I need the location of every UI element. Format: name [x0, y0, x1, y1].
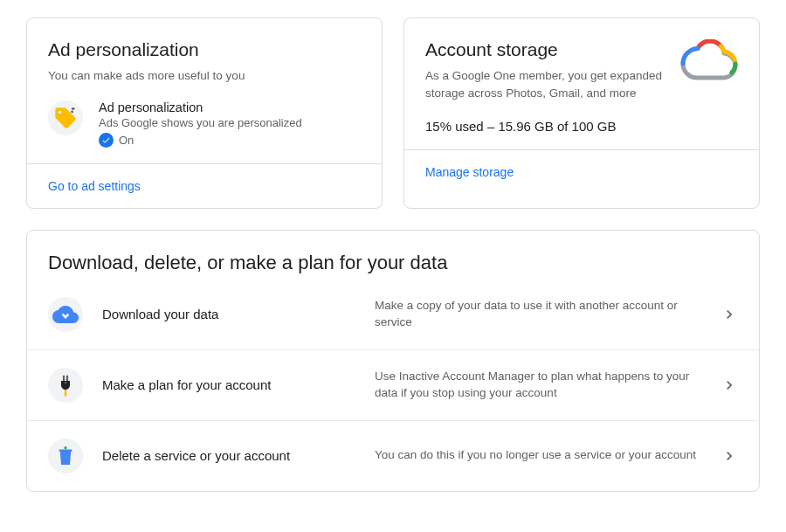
ad-card-title: Ad personalization — [48, 39, 361, 60]
delete-service-label: Delete a service or your account — [102, 448, 355, 463]
make-a-plan-row[interactable]: Make a plan for your account Use Inactiv… — [27, 349, 759, 420]
data-section-title: Download, delete, or make a plan for you… — [27, 231, 759, 280]
svg-rect-3 — [66, 375, 68, 380]
svg-point-4 — [65, 381, 66, 383]
data-management-card: Download, delete, or make a plan for you… — [26, 230, 760, 492]
ad-state-text: On — [119, 134, 134, 147]
delete-service-row[interactable]: Delete a service or your account You can… — [27, 420, 759, 491]
download-data-desc: Make a copy of your data to use it with … — [375, 298, 701, 331]
svg-rect-1 — [72, 107, 75, 109]
download-your-data-row[interactable]: Download your data Make a copy of your d… — [27, 280, 759, 349]
storage-subtitle: As a Google One member, you get expanded… — [425, 67, 663, 101]
manage-storage-link[interactable]: Manage storage — [425, 165, 514, 179]
plug-icon — [48, 368, 83, 403]
check-icon — [99, 133, 114, 148]
ad-item-label: Ad personalization — [99, 100, 302, 114]
svg-rect-2 — [63, 375, 65, 380]
svg-point-0 — [59, 110, 62, 113]
trash-icon — [48, 439, 83, 473]
delete-service-desc: You can do this if you no longer use a s… — [375, 447, 701, 464]
ad-personalization-card: Ad personalization You can make ads more… — [26, 17, 383, 209]
ad-item-state: On — [99, 133, 302, 148]
download-data-label: Download your data — [102, 307, 355, 321]
google-one-cloud-icon — [677, 39, 738, 85]
storage-usage-text: 15% used – 15.96 GB of 100 GB — [425, 119, 738, 134]
chevron-right-icon — [720, 447, 738, 465]
make-plan-desc: Use Inactive Account Manager to plan wha… — [375, 369, 701, 402]
download-cloud-icon — [48, 297, 83, 332]
svg-rect-5 — [65, 390, 67, 397]
svg-rect-7 — [59, 449, 72, 452]
storage-title: Account storage — [425, 39, 663, 60]
ad-tag-icon — [48, 100, 83, 135]
make-plan-label: Make a plan for your account — [102, 377, 355, 392]
chevron-right-icon — [720, 377, 738, 394]
go-to-ad-settings-link[interactable]: Go to ad settings — [48, 179, 141, 193]
account-storage-card: Account storage As a Google One member, … — [403, 17, 760, 209]
svg-point-6 — [64, 446, 66, 449]
ad-item-desc: Ads Google shows you are personalized — [99, 116, 302, 129]
ad-status-item: Ad personalization Ads Google shows you … — [48, 100, 361, 148]
ad-card-subtitle: You can make ads more useful to you — [48, 67, 361, 85]
chevron-right-icon — [720, 306, 738, 323]
